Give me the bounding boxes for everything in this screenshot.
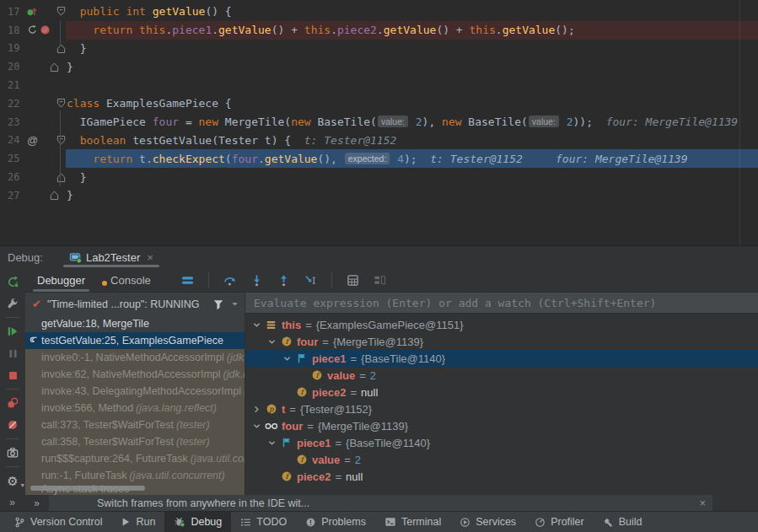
statusbar-item-problems[interactable]: Problems [296, 512, 375, 532]
statusbar-item-debug[interactable]: Debug [164, 512, 231, 532]
code-line-27[interactable]: 27} [0, 186, 758, 205]
run-to-cursor-button[interactable] [301, 271, 320, 289]
tab-console[interactable]: Console [110, 268, 151, 292]
close-icon[interactable]: × [699, 497, 706, 509]
code-text[interactable]: } [66, 40, 758, 58]
statusbar-item-todo[interactable]: TODO [231, 512, 296, 532]
statusbar-item-run[interactable]: Run [111, 512, 164, 532]
stack-frame-row[interactable]: invoke:43, DelegatingMethodAccessorImpl … [25, 383, 245, 400]
wrench-button[interactable] [0, 293, 25, 314]
expand-chevron-icon[interactable] [281, 355, 293, 363]
statusbar-item-profiler[interactable]: Profiler [525, 512, 594, 532]
fold-start-icon[interactable] [56, 135, 66, 146]
code-line-17[interactable]: 17 public int getValue() { [0, 3, 758, 21]
stack-frame-row[interactable]: getValue:18, MergeTile [25, 315, 245, 332]
stack-frame-row[interactable]: invoke:62, NativeMethodAccessorImpl (jdk… [25, 366, 245, 383]
fold-end-icon[interactable] [56, 43, 66, 54]
code-line-18[interactable]: 18 return this.piece1.getValue() + this.… [0, 21, 758, 40]
fold-end-icon[interactable] [50, 190, 59, 201]
step-out-button[interactable] [274, 271, 293, 289]
close-tab-icon[interactable]: × [147, 251, 153, 264]
stack-frame-row[interactable]: invoke:566, Method (java.lang.reflect) [25, 400, 245, 416]
code-text[interactable]: public int getValue() { [66, 3, 758, 21]
expand-chevron-icon[interactable] [250, 321, 263, 329]
stack-frame-row[interactable]: testGetValue:25, ExamplesGamePiece [25, 332, 245, 349]
stop-button[interactable] [0, 364, 25, 386]
code-text[interactable]: return this.piece1.getValue() + this.pie… [66, 21, 758, 40]
code-text[interactable]: return t.checkExpect(four.getValue(), ex… [66, 149, 758, 168]
variable-row[interactable]: this={ExamplesGamePiece@1151} [245, 316, 758, 333]
statusbar-item-version-control[interactable]: Version Control [5, 512, 111, 532]
breakpoint-icon[interactable] [40, 24, 51, 35]
code-line-21[interactable]: 21 [0, 76, 758, 94]
code-text[interactable]: class ExamplesGamePiece { [66, 94, 758, 113]
statusbar-item-terminal[interactable]: Terminal [375, 512, 450, 532]
debug-session-tab[interactable]: Lab2Tester × [63, 246, 159, 268]
tab-debugger[interactable]: Debugger [37, 268, 85, 292]
fold-end-icon[interactable] [50, 62, 59, 73]
line-number[interactable]: 20 [0, 61, 27, 73]
line-number[interactable]: 26 [0, 171, 27, 183]
code-line-19[interactable]: 19 } [0, 40, 758, 58]
variable-row[interactable]: four={MergeTile@1139} [245, 417, 758, 434]
code-text[interactable] [66, 76, 758, 94]
frames-view-button[interactable] [178, 271, 197, 289]
evaluate-expression-button[interactable] [343, 271, 363, 289]
view-breakpoints-button[interactable] [0, 392, 25, 414]
code-text[interactable]: } [66, 186, 758, 205]
variable-row[interactable]: fpiece2=null [245, 384, 758, 400]
line-number[interactable]: 22 [0, 98, 27, 110]
code-text[interactable]: IGamePiece four = new MergeTile(new Base… [66, 113, 758, 132]
stack-frame-row[interactable]: run$$$capture:264, FutureTask (java.util… [25, 450, 245, 467]
variable-row[interactable]: fvalue=2 [245, 367, 758, 384]
expand-chevron-icon[interactable] [266, 338, 278, 346]
code-text[interactable]: } [66, 168, 758, 186]
settings-button[interactable]: ⚙▾ [0, 470, 25, 492]
code-text[interactable]: boolean testGetValue(Tester t) { t: Test… [66, 132, 758, 150]
line-number[interactable]: 24 [0, 134, 27, 146]
code-line-23[interactable]: 23 IGamePiece four = new MergeTile(new B… [0, 113, 758, 132]
stack-frame-row[interactable]: invoke0:-1, NativeMethodAccessorImpl (jd… [25, 349, 245, 366]
fold-start-icon[interactable] [56, 6, 66, 17]
expand-chevron-icon[interactable] [266, 439, 278, 447]
thread-selector-row[interactable]: ✔ "Time-limited ...roup": RUNNING [25, 293, 245, 315]
mute-breakpoints-button[interactable] [0, 414, 25, 436]
variable-row[interactable]: piece1={BaseTile@1140} [245, 350, 758, 367]
fold-start-icon[interactable] [56, 98, 66, 109]
code-line-26[interactable]: 26 } [0, 168, 758, 186]
expand-chevron-icon[interactable] [250, 406, 263, 413]
line-number[interactable]: 25 [0, 153, 27, 164]
line-number[interactable]: 18 [0, 24, 27, 36]
variable-row[interactable]: fpiece2=null [245, 468, 758, 485]
variable-row[interactable]: ffour={MergeTile@1139} [245, 333, 758, 350]
statusbar-item-services[interactable]: Services [450, 512, 525, 532]
code-line-22[interactable]: 22class ExamplesGamePiece { [0, 94, 758, 113]
statusbar-item-build[interactable]: Build [594, 512, 652, 532]
variable-row[interactable]: fvalue=2 [245, 451, 758, 468]
layout-settings-button[interactable] [370, 271, 390, 289]
code-line-25[interactable]: 25 return t.checkExpect(four.getValue(),… [0, 149, 758, 168]
fold-end-icon[interactable] [56, 172, 66, 183]
step-into-button[interactable] [247, 271, 266, 289]
expand-chevron-icon[interactable] [250, 422, 263, 430]
more-chevron-button[interactable]: » [25, 495, 49, 511]
variable-row[interactable]: piece1={BaseTile@1140} [245, 434, 758, 451]
resume-button[interactable] [0, 320, 25, 342]
chevron-down-icon[interactable] [230, 299, 239, 309]
filter-icon[interactable] [212, 298, 224, 310]
step-over-button[interactable] [220, 271, 239, 289]
code-line-20[interactable]: 20} [0, 57, 758, 76]
code-text[interactable]: } [66, 57, 758, 76]
code-line-24[interactable]: 24@ boolean testGetValue(Tester t) { t: … [0, 132, 758, 150]
rerun-button[interactable] [0, 271, 25, 293]
line-number[interactable]: 19 [0, 42, 27, 54]
line-number[interactable]: 27 [0, 190, 27, 202]
stack-frame-row[interactable]: call:358, Tester$WaitForTest (tester) [25, 433, 245, 450]
line-number[interactable]: 21 [0, 79, 27, 91]
stack-frame-row[interactable]: run:-1, FutureTask (java.util.concurrent… [25, 467, 245, 484]
line-number[interactable]: 23 [0, 116, 27, 128]
variable-row[interactable]: pt={Tester@1152} [245, 400, 758, 417]
camera-button[interactable] [0, 442, 25, 464]
line-number[interactable]: 17 [0, 6, 27, 18]
pause-button[interactable] [0, 342, 25, 364]
